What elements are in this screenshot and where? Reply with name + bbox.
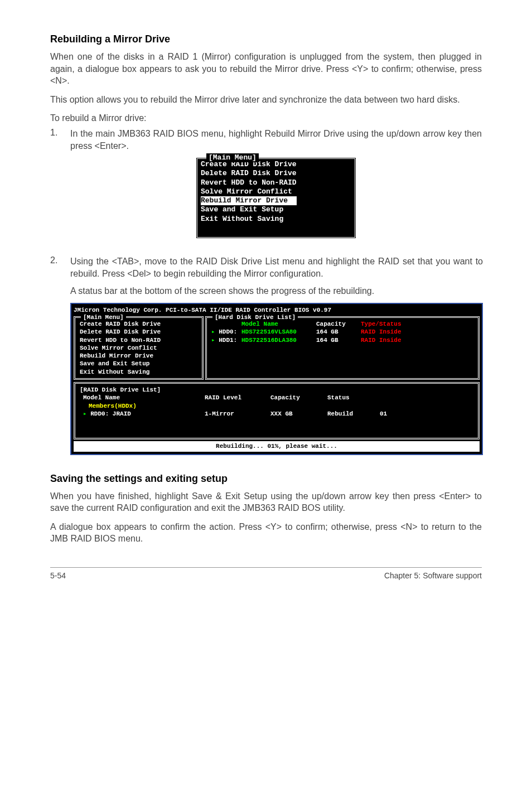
bios-raid-screenshot: JMicron Technology Corp. PCI-to-SATA II/… [70,303,483,455]
triangle-icon: ▸ [211,337,215,344]
bios-main-menu-panel: [Main Menu] Create RAID Disk Drive Delet… [74,316,204,380]
col-type: Type/Status [361,320,402,328]
step-text: A status bar at the bottom of the screen… [70,285,483,297]
cell: 164 GB [316,336,357,344]
bios-menu-item: Solve Mirror Conflict [80,344,197,352]
heading-rebuild: Rebuilding a Mirror Drive [50,33,482,45]
list-number: 2. [50,255,70,464]
col-capacity: Capacity [316,320,357,328]
bios-menu-item: Rebuild Mirror Drive [80,352,197,360]
paragraph: When one of the disks in a RAID 1 (Mirro… [50,51,482,87]
triangle-icon: ▸ [83,410,87,417]
bios-panel-label: [Main Menu] [81,313,126,321]
bios-panel-label: [Hard Disk Drive List] [212,313,298,321]
table-row: ▸ RDD0: JRAID 1-Mirror XXX GB Rebuild 01 [80,410,473,418]
step-text: Using the <TAB>, move to the RAID Disk D… [70,255,483,279]
cell: HDD1: [219,337,237,344]
cell: Rebuild [327,410,376,418]
status-bar: Rebuilding... 01%, please wait... [74,441,480,451]
cell: HDS722516VLSA80 [241,328,313,336]
cell: 01 [380,410,387,418]
bios-menu-item: Delete RAID Disk Drive [201,169,351,178]
cell: RAID Inside [361,336,402,344]
paragraph: When you have finished, highlight Save &… [50,490,482,514]
bios-menu-item: Save and Exit Setup [80,360,197,368]
paragraph: This option allows you to rebuild the Mi… [50,94,482,106]
paragraph: To rebuild a Mirror drive: [50,112,482,124]
list-item: 1. In the main JMB363 RAID BIOS menu, hi… [50,128,482,250]
bios-menu-item: Save and Exit Setup [201,205,351,214]
bios-menu-item: Solve Mirror Conflict [201,187,351,196]
table-row: ▸ HDD0: HDS722516VLSA80 164 GB RAID Insi… [211,328,473,336]
bios-top-title: JMicron Technology Corp. PCI-to-SATA II/… [74,306,480,314]
col-status: Status [327,394,376,402]
bios-panel-label: [RAID Disk Drive List] [80,386,161,393]
col-capacity: Capacity [270,394,324,402]
bios-main-menu-screenshot: [Main Menu] Create RAID Disk Drive Delet… [196,157,356,239]
paragraph: A dialogue box appears to confirm the ac… [50,521,482,545]
list-item: 2. Using the <TAB>, move to the RAID Dis… [50,255,482,464]
cell: RDD0: JRAID [90,410,131,417]
bios-menu-item: Exit Without Saving [80,368,197,376]
bios-menu-item-highlighted: Rebuild Mirror Drive [201,196,297,205]
triangle-icon: ▸ [211,328,215,335]
col-level: RAID Level [205,394,267,402]
bios-panel-title: [Main Menu] [206,153,259,162]
list-number: 1. [50,128,70,250]
cell: HDS722516DLA380 [241,336,313,344]
cell: RAID Inside [361,328,402,336]
bios-raid-drive-panel: [RAID Disk Drive List] Model Name RAID L… [74,382,480,439]
table-row: ▸ HDD1: HDS722516DLA380 164 GB RAID Insi… [211,336,473,344]
cell: 1-Mirror [205,410,267,418]
cell: HDD0: [219,328,237,335]
page-number: 5-54 [50,571,66,580]
cell: 164 GB [316,328,357,336]
table-header: Model Name RAID Level Capacity Status [80,394,473,402]
chapter-label: Chapter 5: Software support [384,571,482,580]
step-text: In the main JMB363 RAID BIOS menu, highl… [70,128,482,152]
members-label: Members(HDDx) [80,402,473,410]
bios-menu-item: Delete RAID Disk Drive [80,328,197,336]
bios-menu-item: Revert HDD to Non-RAID [80,336,197,344]
bios-hdd-panel: [Hard Disk Drive List] Model Name Capaci… [205,316,480,380]
cell: XXX GB [270,410,324,418]
page-footer: 5-54 Chapter 5: Software support [50,568,482,580]
col-model: Model Name [80,394,201,402]
heading-saving: Saving the settings and exiting setup [50,473,482,485]
bios-menu-item: Revert HDD to Non-RAID [201,178,351,187]
bios-menu-item: Exit Without Saving [201,215,351,224]
